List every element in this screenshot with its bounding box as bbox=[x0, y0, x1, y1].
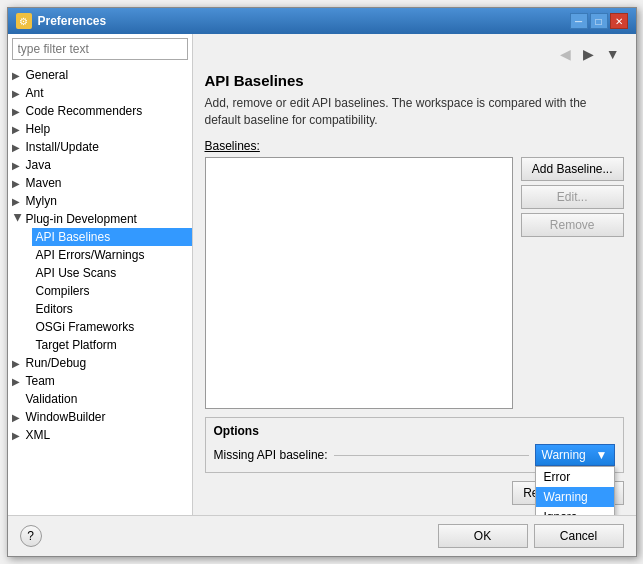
sidebar-item-xml[interactable]: ▶ XML bbox=[8, 426, 192, 444]
title-controls: ─ □ ✕ bbox=[570, 13, 628, 29]
sidebar-item-label: Target Platform bbox=[36, 338, 117, 352]
remove-button[interactable]: Remove bbox=[521, 213, 624, 237]
sidebar-item-label: Validation bbox=[26, 392, 78, 406]
dropdown-item-warning[interactable]: Warning bbox=[536, 487, 614, 507]
expand-arrow: ▶ bbox=[12, 106, 24, 117]
bottom-right: OK Cancel bbox=[438, 524, 624, 548]
sidebar: ▶ General ▶ Ant ▶ Code Recommenders ▶ He… bbox=[8, 34, 193, 515]
bottom-bar: ? OK Cancel bbox=[8, 515, 636, 556]
dialog-icon: ⚙ bbox=[16, 13, 32, 29]
preferences-dialog: ⚙ Preferences ─ □ ✕ ▶ General ▶ Ant bbox=[7, 7, 637, 557]
nav-toolbar: ◀ ▶ ▼ bbox=[205, 44, 624, 64]
expand-arrow: ▶ bbox=[12, 70, 24, 81]
sidebar-item-label: API Baselines bbox=[36, 230, 111, 244]
sidebar-item-label: Maven bbox=[26, 176, 62, 190]
sidebar-item-maven[interactable]: ▶ Maven bbox=[8, 174, 192, 192]
sidebar-item-label: Editors bbox=[36, 302, 73, 316]
add-baseline-button[interactable]: Add Baseline... bbox=[521, 157, 624, 181]
sidebar-item-label: Java bbox=[26, 158, 51, 172]
cancel-button[interactable]: Cancel bbox=[534, 524, 624, 548]
sidebar-item-run-debug[interactable]: ▶ Run/Debug bbox=[8, 354, 192, 372]
sidebar-item-general[interactable]: ▶ General bbox=[8, 66, 192, 84]
maximize-button[interactable]: □ bbox=[590, 13, 608, 29]
panel-description: Add, remove or edit API baselines. The w… bbox=[205, 95, 624, 129]
sidebar-item-api-errors-warnings[interactable]: API Errors/Warnings bbox=[32, 246, 192, 264]
sidebar-item-mylyn[interactable]: ▶ Mylyn bbox=[8, 192, 192, 210]
options-separator bbox=[334, 455, 529, 456]
sidebar-item-label: API Use Scans bbox=[36, 266, 117, 280]
missing-api-label: Missing API baseline: bbox=[214, 448, 328, 462]
sidebar-item-ant[interactable]: ▶ Ant bbox=[8, 84, 192, 102]
sidebar-item-label: Run/Debug bbox=[26, 356, 87, 370]
sidebar-item-plugin-development[interactable]: ▶ Plug-in Development bbox=[8, 210, 192, 228]
sidebar-item-label: Code Recommenders bbox=[26, 104, 143, 118]
expand-arrow: ▶ bbox=[12, 178, 24, 189]
sidebar-item-help[interactable]: ▶ Help bbox=[8, 120, 192, 138]
sidebar-item-label: Mylyn bbox=[26, 194, 57, 208]
sidebar-item-validation[interactable]: ▶ Validation bbox=[8, 390, 192, 408]
sidebar-item-label: Install/Update bbox=[26, 140, 99, 154]
dropdown-menu: Error Warning Ignore bbox=[535, 466, 615, 515]
sidebar-item-compilers[interactable]: Compilers bbox=[32, 282, 192, 300]
ok-button[interactable]: OK bbox=[438, 524, 528, 548]
back-button[interactable]: ◀ bbox=[556, 44, 575, 64]
main-panel: ◀ ▶ ▼ API Baselines Add, remove or edit … bbox=[193, 34, 636, 515]
baselines-list[interactable] bbox=[205, 157, 513, 409]
minimize-button[interactable]: ─ bbox=[570, 13, 588, 29]
sidebar-item-label: Plug-in Development bbox=[26, 212, 137, 226]
dropdown-button[interactable]: Warning ▼ bbox=[535, 444, 615, 466]
sidebar-item-target-platform[interactable]: Target Platform bbox=[32, 336, 192, 354]
sidebar-item-label: Compilers bbox=[36, 284, 90, 298]
sidebar-item-windowbuilder[interactable]: ▶ WindowBuilder bbox=[8, 408, 192, 426]
dialog-title: Preferences bbox=[38, 14, 107, 28]
filter-input[interactable] bbox=[12, 38, 188, 60]
title-bar: ⚙ Preferences ─ □ ✕ bbox=[8, 8, 636, 34]
help-button[interactable]: ? bbox=[20, 525, 42, 547]
sidebar-item-editors[interactable]: Editors bbox=[32, 300, 192, 318]
title-bar-left: ⚙ Preferences bbox=[16, 13, 107, 29]
sidebar-item-osgi-frameworks[interactable]: OSGi Frameworks bbox=[32, 318, 192, 336]
options-row: Missing API baseline: Warning ▼ Error Wa… bbox=[214, 444, 615, 466]
expand-arrow: ▶ bbox=[12, 160, 24, 171]
sidebar-item-api-use-scans[interactable]: API Use Scans bbox=[32, 264, 192, 282]
panel-title: API Baselines bbox=[205, 72, 624, 89]
expand-arrow: ▶ bbox=[12, 412, 24, 423]
options-title: Options bbox=[214, 424, 615, 438]
sidebar-item-api-baselines[interactable]: API Baselines bbox=[32, 228, 192, 246]
sidebar-item-label: OSGi Frameworks bbox=[36, 320, 135, 334]
edit-button[interactable]: Edit... bbox=[521, 185, 624, 209]
dropdown-arrow-icon: ▼ bbox=[596, 448, 608, 462]
sidebar-item-label: General bbox=[26, 68, 69, 82]
expand-arrow: ▶ bbox=[12, 88, 24, 99]
tree: ▶ General ▶ Ant ▶ Code Recommenders ▶ He… bbox=[8, 64, 192, 515]
sidebar-item-label: API Errors/Warnings bbox=[36, 248, 145, 262]
sidebar-item-code-recommenders[interactable]: ▶ Code Recommenders bbox=[8, 102, 192, 120]
baselines-buttons: Add Baseline... Edit... Remove bbox=[521, 157, 624, 409]
expand-arrow: ▶ bbox=[12, 358, 24, 369]
plugin-development-children: API Baselines API Errors/Warnings API Us… bbox=[8, 228, 192, 354]
dropdown-nav-button[interactable]: ▼ bbox=[602, 44, 624, 64]
expand-arrow: ▶ bbox=[12, 430, 24, 441]
content-area: ▶ General ▶ Ant ▶ Code Recommenders ▶ He… bbox=[8, 34, 636, 515]
sidebar-item-java[interactable]: ▶ Java bbox=[8, 156, 192, 174]
sidebar-item-label: Help bbox=[26, 122, 51, 136]
expand-arrow: ▶ bbox=[12, 124, 24, 135]
expand-arrow: ▶ bbox=[12, 196, 24, 207]
sidebar-item-label: Ant bbox=[26, 86, 44, 100]
sidebar-item-team[interactable]: ▶ Team bbox=[8, 372, 192, 390]
baselines-area: Add Baseline... Edit... Remove bbox=[205, 157, 624, 409]
dropdown-item-error[interactable]: Error bbox=[536, 467, 614, 487]
sidebar-item-install-update[interactable]: ▶ Install/Update bbox=[8, 138, 192, 156]
dropdown-selected-value: Warning bbox=[542, 448, 586, 462]
expand-arrow: ▶ bbox=[12, 376, 24, 387]
sidebar-item-label: WindowBuilder bbox=[26, 410, 106, 424]
expand-arrow: ▶ bbox=[12, 213, 23, 225]
sidebar-item-label: XML bbox=[26, 428, 51, 442]
close-button[interactable]: ✕ bbox=[610, 13, 628, 29]
options-dropdown: Warning ▼ Error Warning Ignore bbox=[535, 444, 615, 466]
options-section: Options Missing API baseline: Warning ▼ … bbox=[205, 417, 624, 473]
sidebar-item-label: Team bbox=[26, 374, 55, 388]
expand-arrow: ▶ bbox=[12, 142, 24, 153]
dropdown-item-ignore[interactable]: Ignore bbox=[536, 507, 614, 515]
forward-button[interactable]: ▶ bbox=[579, 44, 598, 64]
